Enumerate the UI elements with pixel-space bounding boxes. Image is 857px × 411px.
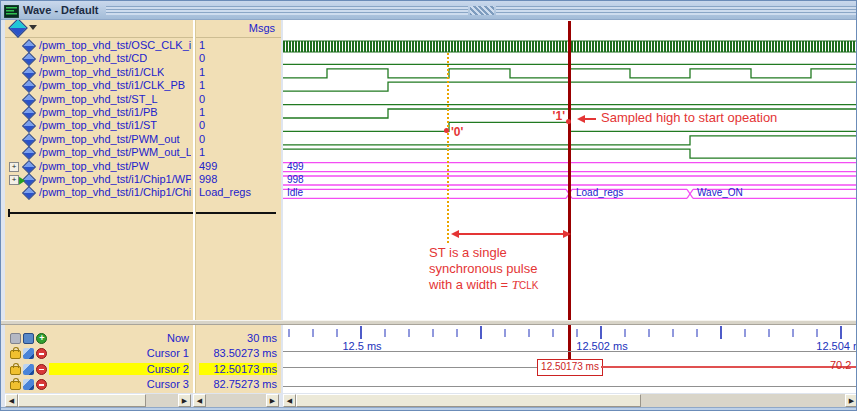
signal-row[interactable]: /pwm_top_vhd_tst/OSC_CLK_in1 bbox=[5, 39, 281, 52]
annotation-st-line3: with a width = TCLK bbox=[429, 277, 538, 294]
signal-row[interactable]: /pwm_top_vhd_tst/i1/CLK_PB1 bbox=[5, 79, 281, 92]
annotation-sampled: Sampled high to start opeation bbox=[601, 110, 777, 125]
signal-value: 0 bbox=[199, 52, 205, 64]
signal-row[interactable]: +/pwm_top_vhd_tst/PW499 bbox=[5, 160, 281, 173]
signal-diamond-icon bbox=[22, 119, 36, 133]
cursor2-line[interactable] bbox=[568, 21, 571, 364]
waveform-pane[interactable]: 499998IdleLoad_regsWave_ON '0' '1' Sampl… bbox=[283, 19, 857, 393]
bus-value-label: 998 bbox=[287, 174, 304, 185]
lock-cursor-icon[interactable] bbox=[10, 366, 21, 375]
signal-row[interactable]: /pwm_top_vhd_tst/i1/CLK1 bbox=[5, 66, 281, 79]
annotation-tclk-sub: CLK bbox=[519, 280, 538, 291]
cursor-row[interactable]: Cursor 183.50273 ms bbox=[5, 346, 281, 361]
signal-name: /pwm_top_vhd_tst/PW bbox=[39, 160, 149, 172]
cursor2-track[interactable] bbox=[283, 367, 537, 368]
signals-dropdown-icon[interactable] bbox=[8, 19, 28, 38]
cursor-row-icons bbox=[10, 379, 49, 390]
cursor2-time-box[interactable]: 12.50173 ms bbox=[537, 359, 603, 376]
lock-cursor-icon[interactable] bbox=[10, 350, 21, 359]
signal-name: /pwm_top_vhd_tst/i1/PB bbox=[39, 106, 158, 118]
scroll-right-icon[interactable]: ▶ bbox=[845, 394, 857, 407]
add-cursor-icon[interactable] bbox=[36, 333, 47, 344]
signal-name: /pwm_top_vhd_tst/PWM_out bbox=[39, 133, 180, 145]
signal-row[interactable]: /pwm_top_vhd_tst/CD0 bbox=[5, 52, 281, 65]
cursor-label[interactable]: Now bbox=[49, 332, 189, 344]
msgs-column-header: Msgs bbox=[249, 22, 275, 34]
rename-cursor-icon[interactable] bbox=[23, 364, 34, 375]
signal-value: 1 bbox=[199, 106, 205, 118]
signal-row[interactable]: /pwm_top_vhd_tst/i1/ST0 bbox=[5, 119, 281, 132]
bus-value-label: Idle bbox=[287, 187, 304, 198]
scrollbar-thumb[interactable] bbox=[18, 394, 146, 407]
titlebar[interactable]: Wave - Default bbox=[1, 1, 857, 19]
signal-value: 998 bbox=[199, 173, 217, 185]
annotation-one: '1' bbox=[541, 109, 565, 123]
cursor-row[interactable]: Now30 ms bbox=[5, 331, 281, 346]
signal-row[interactable]: +/pwm_top_vhd_tst/i1/Chip1/WP998 bbox=[5, 173, 281, 186]
cursor-value[interactable]: 82.75273 ms bbox=[199, 378, 277, 390]
annotation-dotted-cursor[interactable] bbox=[447, 53, 449, 243]
titlebar-grip-icon[interactable] bbox=[470, 6, 494, 15]
signal-row[interactable]: /pwm_top_vhd_tst/i1/PB1 bbox=[5, 106, 281, 119]
signal-value: 0 bbox=[199, 133, 205, 145]
cursor-label[interactable]: Cursor 2 bbox=[49, 363, 189, 375]
column-splitter[interactable] bbox=[193, 19, 196, 393]
wave-window: Wave - Default Msgs /pwm_top_vhd_tst/OSC… bbox=[0, 0, 857, 411]
bus-value-label: 499 bbox=[287, 161, 304, 172]
signal-name: /pwm_top_vhd_tst/PWM_out_L bbox=[39, 146, 191, 158]
scroll-left-icon[interactable]: ◀ bbox=[5, 394, 18, 407]
annotation-st-text: ST is a single synchronous pulse with a … bbox=[429, 245, 538, 294]
cursor-row[interactable]: Cursor 212.50173 ms bbox=[5, 362, 281, 377]
scroll-right-icon[interactable]: ▶ bbox=[266, 394, 279, 407]
scrollbar-thumb[interactable] bbox=[296, 394, 641, 407]
wave-scrollbar[interactable]: ◀ ▶ bbox=[283, 394, 857, 407]
signal-value: 1 bbox=[199, 66, 205, 78]
delete-cursor-icon[interactable] bbox=[36, 364, 47, 375]
signal-diamond-icon bbox=[22, 52, 36, 66]
signal-name: /pwm_top_vhd_tst/i1/Chip1/WP bbox=[39, 173, 191, 185]
annotation-width-arrowhead-right bbox=[563, 230, 575, 238]
scroll-left-icon[interactable]: ◀ bbox=[283, 394, 296, 407]
annotation-zero-dot bbox=[444, 128, 449, 133]
signal-name: /pwm_top_vhd_tst/ST_L bbox=[39, 93, 158, 105]
scroll-left-icon[interactable]: ◀ bbox=[193, 394, 206, 407]
signal-row[interactable]: /pwm_top_vhd_tst/PWM_out_L1 bbox=[5, 146, 281, 159]
bus-value-label: Wave_ON bbox=[697, 187, 743, 198]
cursor3-track[interactable] bbox=[283, 386, 857, 387]
annotation-width-arrowhead-left bbox=[447, 230, 459, 238]
clock-icon[interactable] bbox=[10, 333, 21, 344]
insertion-bar-tick bbox=[8, 209, 10, 217]
expand-toggle[interactable]: + bbox=[9, 162, 19, 172]
rename-cursor-icon[interactable] bbox=[23, 348, 34, 359]
rename-cursor-icon[interactable] bbox=[23, 379, 34, 390]
annotation-width-arrow bbox=[453, 233, 563, 235]
cursor-tools-icon[interactable] bbox=[23, 333, 34, 344]
signal-row[interactable]: /pwm_top_vhd_tst/ST_L0 bbox=[5, 93, 281, 106]
annotation-st-line1: ST is a single bbox=[429, 245, 538, 261]
cursor-value[interactable]: 12.50173 ms bbox=[199, 363, 277, 375]
cursor-delta-label: 70.2 bbox=[830, 359, 851, 371]
cursor-row-icons bbox=[10, 348, 49, 359]
cursor-label[interactable]: Cursor 3 bbox=[49, 378, 189, 390]
cursor-row[interactable]: Cursor 382.75273 ms bbox=[5, 377, 281, 392]
chevron-down-icon[interactable] bbox=[29, 25, 37, 30]
cursor-value[interactable]: 30 ms bbox=[199, 332, 277, 344]
scroll-right-icon[interactable]: ▶ bbox=[178, 394, 191, 407]
delete-cursor-icon[interactable] bbox=[36, 348, 47, 359]
signal-value: 1 bbox=[199, 146, 205, 158]
horizontal-splitter[interactable] bbox=[1, 320, 857, 325]
signal-list-scrollbar[interactable]: ◀ ▶ bbox=[5, 394, 191, 407]
cursor-value[interactable]: 83.50273 ms bbox=[199, 347, 277, 359]
signal-diamond-icon bbox=[22, 186, 36, 200]
signal-row[interactable]: /pwm_top_vhd_tst/i1/Chip1/Chip...Load_re… bbox=[5, 186, 281, 199]
cursor1-track[interactable] bbox=[283, 351, 857, 352]
msgs-column-scrollbar[interactable]: ◀ ▶ bbox=[193, 394, 279, 407]
bus-value-label: Load_regs bbox=[576, 187, 623, 198]
insertion-bar[interactable] bbox=[8, 212, 276, 214]
delete-cursor-icon[interactable] bbox=[36, 379, 47, 390]
expand-toggle[interactable]: + bbox=[9, 175, 19, 185]
signal-value: 499 bbox=[199, 160, 217, 172]
signal-row[interactable]: /pwm_top_vhd_tst/PWM_out0 bbox=[5, 133, 281, 146]
lock-cursor-icon[interactable] bbox=[10, 381, 21, 390]
cursor-label[interactable]: Cursor 1 bbox=[49, 347, 189, 359]
